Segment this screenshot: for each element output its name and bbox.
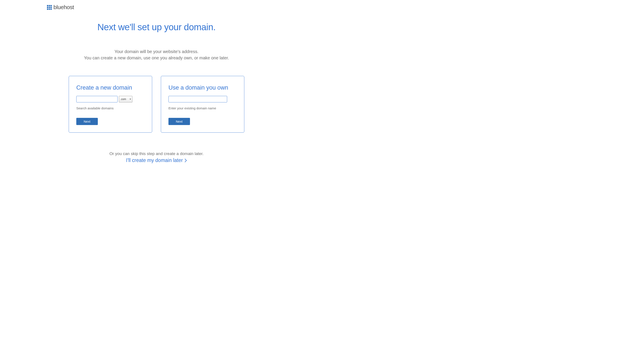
existing-domain-input[interactable] [168,96,227,102]
own-helper-text: Enter your existing domain name [168,106,237,110]
subtext-line-1: Your domain will be your website's addre… [0,48,313,55]
brand-logo[interactable]: bluehost [47,4,313,11]
main-content: Next we'll set up your domain. Your doma… [0,11,313,163]
own-next-button[interactable]: Next [168,118,190,125]
skip-section: Or you can skip this step and create a d… [0,151,313,163]
header: bluehost [0,0,313,11]
panel-create-title: Create a new domain [76,84,145,91]
page-subtext: Your domain will be your website's addre… [0,48,313,61]
page-title: Next we'll set up your domain. [0,22,313,32]
panel-own-title: Use a domain you own [168,84,237,91]
subtext-line-2: You can create a new domain, use one you… [0,55,313,61]
new-domain-input[interactable] [76,96,117,102]
tld-select[interactable]: .com [119,96,132,102]
create-input-row: .com ▼ [76,96,145,102]
skip-pretext: Or you can skip this step and create a d… [0,151,313,156]
skip-link[interactable]: I'll create my domain later [126,158,187,163]
domain-panels: Create a new domain .com ▼ Search availa… [0,76,313,133]
grid-icon [47,5,52,10]
chevron-right-icon [185,159,187,162]
own-input-row [168,96,237,102]
panel-create-domain: Create a new domain .com ▼ Search availa… [69,76,152,133]
create-helper-text: Search available domains [76,106,145,110]
brand-name: bluehost [53,4,74,11]
create-next-button[interactable]: Next [76,118,98,125]
panel-own-domain: Use a domain you own Enter your existing… [161,76,244,133]
skip-link-text: I'll create my domain later [126,158,183,163]
